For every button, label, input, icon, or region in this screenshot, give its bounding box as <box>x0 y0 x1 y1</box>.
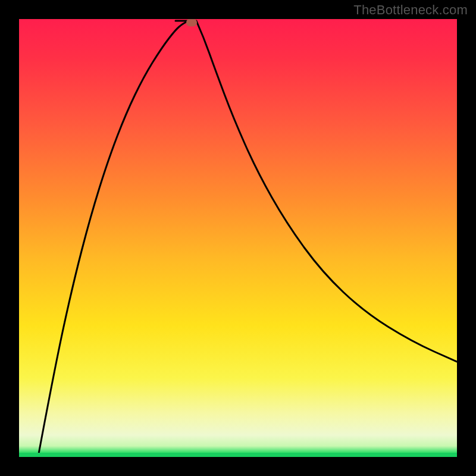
plot-area <box>19 19 457 457</box>
attribution-text: TheBottleneck.com <box>353 2 468 18</box>
chart-frame: TheBottleneck.com <box>0 0 476 476</box>
curve-svg <box>19 19 457 457</box>
bottleneck-curve <box>38 21 457 457</box>
optimum-marker <box>186 19 197 27</box>
baseline-strip <box>19 453 457 457</box>
